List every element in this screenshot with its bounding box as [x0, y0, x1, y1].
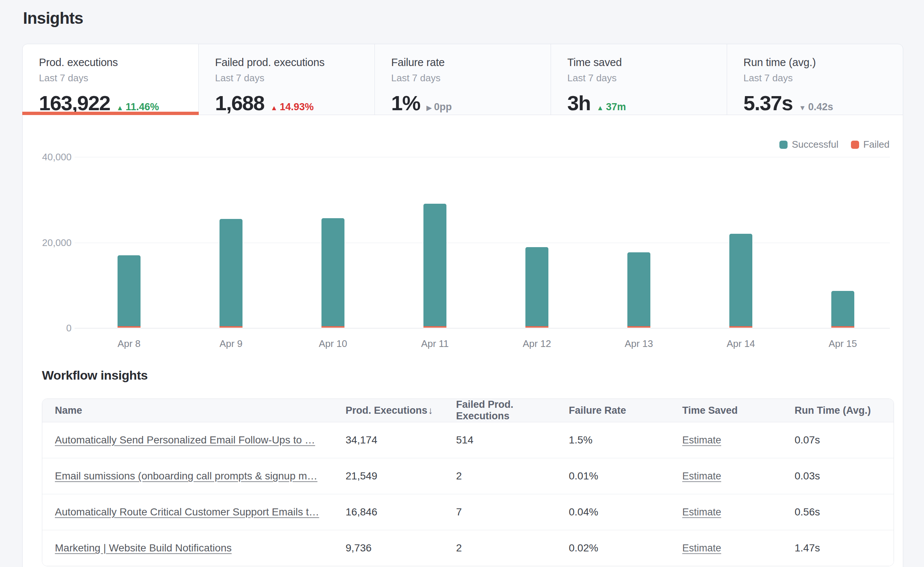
stat-card-value-row: 1%▶0pp — [391, 91, 550, 115]
bar-segment-successful — [117, 255, 141, 326]
stat-card-delta-value: 14.93% — [280, 101, 314, 113]
bar-segment-successful — [525, 247, 548, 326]
bar-segment-failed — [729, 326, 752, 328]
workflow-name-link[interactable]: Marketing | Website Build Notifications — [55, 542, 232, 553]
sort-desc-icon: ↓ — [428, 405, 433, 417]
stat-card-period: Last 7 days — [39, 72, 198, 84]
column-header-time-saved[interactable]: Time Saved — [682, 405, 795, 417]
x-axis-tick-label: Apr 11 — [384, 338, 486, 350]
tab-failure-rate[interactable]: Failure rateLast 7 days1%▶0pp — [375, 44, 551, 115]
bar-apr-14 — [729, 234, 752, 328]
time-saved-cell: Estimate — [682, 542, 795, 554]
column-header-failed-prod-executions[interactable]: Failed Prod. Executions — [456, 399, 569, 422]
stat-card-label: Failed prod. executions — [215, 56, 375, 69]
insights-page: Insights Prod. executionsLast 7 days163,… — [0, 0, 924, 567]
workflow-name-cell: Email sumissions (onboarding call prompt… — [42, 470, 346, 482]
legend-swatch-failed — [851, 141, 859, 149]
legend-item-failed[interactable]: Failed — [851, 139, 890, 150]
trend-up-icon: ▲ — [597, 104, 604, 112]
stat-card-delta-value: 11.46% — [126, 101, 159, 113]
column-header-prod-executions[interactable]: Prod. Executions↓ — [346, 405, 456, 417]
estimate-link[interactable]: Estimate — [682, 507, 721, 517]
bar-segment-failed — [627, 326, 650, 328]
bar-segment-successful — [423, 204, 446, 326]
workflow-name-link[interactable]: Automatically Send Personalized Email Fo… — [55, 434, 315, 446]
bar-segment-failed — [219, 326, 243, 328]
stat-card-period: Last 7 days — [567, 72, 727, 84]
prod-executions-cell: 21,549 — [346, 470, 456, 482]
legend-label: Failed — [863, 139, 890, 150]
stat-card-period: Last 7 days — [391, 72, 550, 84]
stat-card-period: Last 7 days — [743, 72, 903, 84]
trend-down-icon: ▼ — [799, 104, 806, 112]
table-header-row: NameProd. Executions↓Failed Prod. Execut… — [42, 399, 894, 422]
stat-card-value: 5.37s — [743, 91, 793, 115]
estimate-link[interactable]: Estimate — [682, 471, 721, 482]
bar-segment-failed — [831, 326, 854, 328]
bar-segment-failed — [525, 326, 548, 328]
active-tab-underline — [22, 112, 199, 115]
table-row: Email sumissions (onboarding call prompt… — [42, 458, 894, 494]
stat-card-delta: ▶0pp — [426, 101, 452, 113]
x-axis-tick-label: Apr 13 — [588, 338, 690, 350]
tab-failed-prod-executions[interactable]: Failed prod. executionsLast 7 days1,688▲… — [198, 44, 375, 115]
column-header-name[interactable]: Name — [42, 405, 346, 417]
column-header-label: Prod. Executions — [346, 405, 428, 417]
workflow-name-link[interactable]: Email sumissions (onboarding call prompt… — [55, 470, 317, 482]
stat-card-label: Failure rate — [391, 56, 550, 69]
estimate-link[interactable]: Estimate — [682, 543, 721, 553]
stat-card-value-row: 1,688▲14.93% — [215, 91, 375, 115]
bar-segment-successful — [831, 291, 854, 326]
bar-segment-failed — [117, 326, 141, 328]
workflow-name-link[interactable]: Automatically Route Critical Customer Su… — [55, 506, 319, 517]
trend-flat-icon: ▶ — [426, 104, 432, 112]
trend-up-icon: ▲ — [271, 104, 278, 112]
y-axis-tick-label: 40,000 — [22, 151, 72, 163]
tab-prod-executions[interactable]: Prod. executionsLast 7 days163,922▲11.46… — [22, 44, 199, 115]
workflow-name-cell: Marketing | Website Build Notifications — [42, 542, 346, 554]
prod-executions-cell: 16,846 — [346, 506, 456, 518]
bar-apr-13 — [627, 252, 650, 328]
failure-rate-cell: 0.02% — [569, 542, 682, 554]
bar-apr-11 — [423, 204, 446, 328]
table-row: Marketing | Website Build Notifications9… — [42, 530, 894, 566]
workflow-insights-table: NameProd. Executions↓Failed Prod. Execut… — [42, 399, 894, 566]
bar-apr-12 — [525, 247, 548, 328]
stat-card-delta-value: 0.42s — [808, 101, 833, 113]
estimate-link[interactable]: Estimate — [682, 435, 721, 446]
failure-rate-cell: 0.01% — [569, 470, 682, 482]
failed-executions-cell: 2 — [456, 542, 569, 554]
y-axis-tick-label: 0 — [22, 322, 72, 334]
workflow-insights-title: Workflow insights — [42, 368, 148, 383]
tab-time-saved[interactable]: Time savedLast 7 days3h▲37m — [550, 44, 727, 115]
stat-card-value: 3h — [567, 91, 590, 115]
stat-card-delta: ▲14.93% — [271, 101, 314, 113]
stat-card-label: Time saved — [567, 56, 727, 69]
column-header-label: Time Saved — [682, 405, 738, 417]
stat-card-value-row: 5.37s▼0.42s — [743, 91, 903, 115]
column-header-label: Run Time (Avg.) — [795, 405, 871, 417]
legend-item-successful[interactable]: Successful — [779, 139, 838, 150]
bar-segment-successful — [321, 218, 345, 326]
bar-segment-failed — [423, 326, 446, 328]
stat-card-delta: ▼0.42s — [799, 101, 833, 113]
failed-executions-cell: 2 — [456, 470, 569, 482]
column-header-run-time-avg-[interactable]: Run Time (Avg.) — [795, 405, 894, 417]
stat-card-period: Last 7 days — [215, 72, 375, 84]
stat-card-delta: ▲37m — [597, 101, 626, 113]
column-header-label: Name — [55, 405, 82, 417]
failed-executions-cell: 514 — [456, 434, 569, 446]
table-row: Automatically Send Personalized Email Fo… — [42, 422, 894, 458]
failure-rate-cell: 1.5% — [569, 434, 682, 446]
stat-card-delta: ▲11.46% — [116, 101, 159, 113]
column-header-label: Failed Prod. Executions — [456, 399, 569, 422]
tab-run-time-avg[interactable]: Run time (avg.)Last 7 days5.37s▼0.42s — [727, 44, 903, 115]
stat-card-delta-value: 37m — [606, 101, 626, 113]
bar-segment-successful — [729, 234, 752, 326]
workflow-name-cell: Automatically Send Personalized Email Fo… — [42, 434, 346, 446]
x-axis-tick-label: Apr 8 — [78, 338, 180, 350]
time-saved-cell: Estimate — [682, 470, 795, 482]
executions-chart: SuccessfulFailed 020,00040,000 Apr 8Apr … — [22, 115, 903, 360]
column-header-failure-rate[interactable]: Failure Rate — [569, 405, 682, 417]
prod-executions-cell: 9,736 — [346, 542, 456, 554]
